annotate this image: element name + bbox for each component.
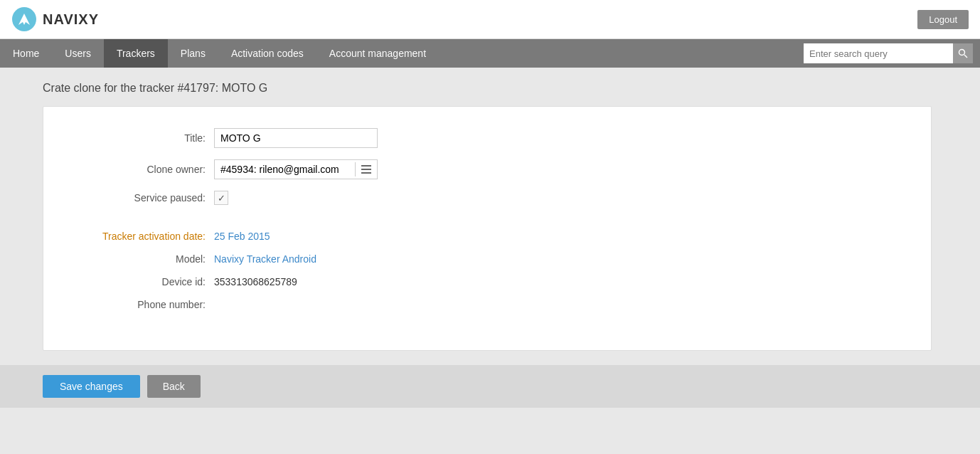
nav-bar: Home Users Trackers Plans Activation cod… (0, 39, 980, 68)
device-id-row: Device id: 353313068625789 (72, 276, 902, 287)
clone-owner-row: Clone owner: (72, 159, 902, 179)
tracker-activation-date-value: 25 Feb 2015 (214, 231, 270, 242)
device-id-value: 353313068625789 (214, 276, 297, 287)
menu-icon (361, 165, 371, 174)
title-row: Title: (72, 128, 902, 148)
logo-area: NAVIXY (11, 6, 99, 32)
svg-rect-4 (361, 165, 371, 167)
phone-number-row: Phone number: (72, 299, 902, 310)
nav-item-account-management[interactable]: Account management (316, 39, 439, 68)
tracker-activation-date-row: Tracker activation date: 25 Feb 2015 (72, 231, 902, 242)
nav-item-activation-codes[interactable]: Activation codes (218, 39, 316, 68)
svg-line-3 (964, 55, 967, 58)
service-paused-checkbox[interactable]: ✓ (214, 191, 228, 205)
nav-item-home[interactable]: Home (0, 39, 52, 68)
service-paused-row: Service paused: ✓ (72, 191, 902, 205)
svg-point-2 (959, 50, 965, 56)
form-card: Title: Clone owner: Service paused: (43, 106, 932, 351)
svg-rect-6 (361, 172, 371, 174)
clone-owner-label: Clone owner: (72, 164, 214, 175)
clone-owner-input[interactable] (215, 160, 355, 179)
search-button[interactable] (953, 43, 973, 63)
clone-owner-menu-button[interactable] (355, 162, 377, 176)
title-label: Title: (72, 132, 214, 144)
search-input[interactable] (804, 43, 953, 63)
tracker-activation-date-label: Tracker activation date: (72, 231, 214, 242)
search-icon (958, 48, 968, 58)
nav-search (804, 43, 973, 63)
model-value: Navixy Tracker Android (214, 253, 316, 265)
model-label: Model: (72, 253, 214, 265)
top-header: NAVIXY Logout (0, 0, 980, 39)
device-id-label: Device id: (72, 276, 214, 287)
page-title: Crate clone for the tracker #41797: MOTO… (43, 82, 937, 95)
checkbox-check-icon: ✓ (218, 193, 225, 204)
title-input[interactable] (214, 128, 378, 148)
logo-text: NAVIXY (43, 11, 99, 28)
page-content: Crate clone for the tracker #41797: MOTO… (0, 68, 980, 365)
clone-owner-wrapper (214, 159, 378, 179)
nav-item-users[interactable]: Users (52, 39, 104, 68)
svg-rect-5 (361, 169, 371, 170)
service-paused-label: Service paused: (72, 192, 214, 204)
nav-item-trackers[interactable]: Trackers (104, 39, 168, 68)
back-button[interactable]: Back (147, 375, 201, 398)
bottom-bar: Save changes Back (0, 365, 980, 408)
model-row: Model: Navixy Tracker Android (72, 253, 902, 265)
logout-button[interactable]: Logout (917, 10, 969, 29)
save-changes-button[interactable]: Save changes (43, 375, 140, 398)
navixy-logo-icon (11, 6, 37, 32)
nav-item-plans[interactable]: Plans (168, 39, 218, 68)
phone-number-label: Phone number: (72, 299, 214, 310)
